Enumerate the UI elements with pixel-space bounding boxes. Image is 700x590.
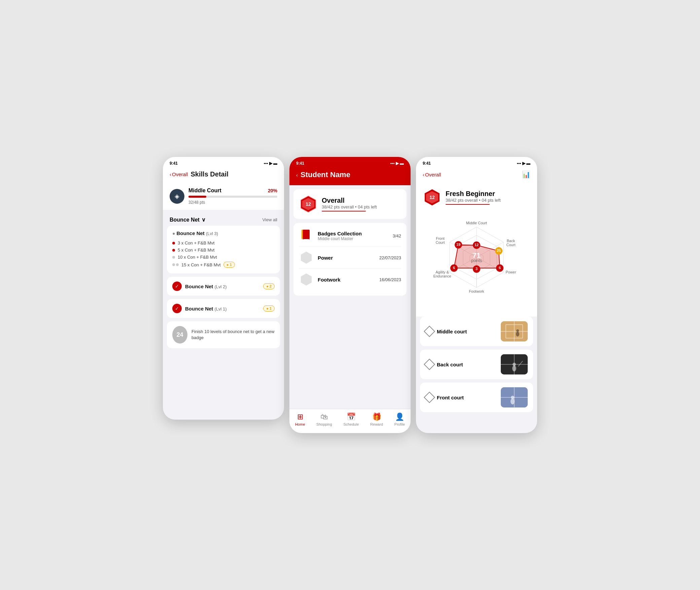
skill-info: Middle Court 20% 32/48 pts: [188, 188, 277, 205]
svg-text:19: 19: [456, 242, 460, 247]
court-card-back[interactable]: Back court: [420, 350, 533, 379]
badges-title: Badges Collection: [318, 231, 389, 236]
svg-text:6: 6: [453, 266, 455, 270]
hex-num-3: 12: [429, 195, 435, 200]
svg-text:Endurance: Endurance: [433, 274, 451, 278]
card-title-lvl3: ●Bounce Net (Lvl 3): [172, 230, 218, 236]
front-court-img: [501, 387, 528, 407]
hex-num-2: 12: [306, 201, 311, 207]
badges-card[interactable]: Badges Collection Middle court Master 3/…: [293, 223, 407, 296]
svg-point-46: [511, 398, 515, 404]
label-agility: Agility &: [435, 270, 449, 274]
badge-promo-text: Finish 10 levels of bounce net to get a …: [191, 329, 275, 341]
list-item-2: 5 x Con + F&B Mvt: [172, 247, 275, 254]
back-button-2[interactable]: ‹: [296, 172, 298, 178]
screen-skills-detail: 9:41 ▪▪▪ ▶ ▬ ‹ Overall Skills Detail ◈ M…: [163, 157, 284, 420]
front-court-name: Front court: [437, 395, 464, 400]
footwork-row[interactable]: Footwork 16/06/2023: [299, 268, 401, 290]
label-front-court: Front: [436, 236, 445, 240]
schedule-icon: 📅: [347, 413, 356, 421]
view-all-button[interactable]: View all: [262, 217, 277, 222]
skills-header: ‹ Overall Skills Detail: [163, 168, 284, 183]
skill-icon: ◈: [170, 189, 184, 204]
badge-num: 24: [172, 326, 187, 343]
overall-card[interactable]: 12 Overall 38/42 pts overall • 04 pts le…: [293, 189, 407, 219]
svg-point-35: [516, 332, 519, 336]
list-item-3: 10 x Con + F&B Mvt: [172, 254, 275, 261]
label-back-court: Back: [507, 239, 515, 243]
skill-pct: 20%: [268, 188, 277, 193]
shopping-icon: 🛍: [320, 413, 328, 421]
page-title-1: Skills Detail: [191, 170, 229, 178]
back-court-name: Back court: [437, 362, 463, 367]
status-bar-2: 9:41 ▪▪▪ ▶ ▬: [289, 157, 411, 168]
badge-2: ● 2: [263, 283, 275, 289]
badges-sub: Middle court Master: [318, 236, 389, 241]
dot-2: [172, 249, 175, 252]
skill-card-lvl3: ●Bounce Net (Lvl 3) 3 x Con + F&B Mvt 5 …: [167, 226, 280, 273]
nav-profile[interactable]: 👤 Profile: [394, 413, 405, 426]
middle-court-img: [501, 321, 528, 341]
badge-promo: 24 Finish 10 levels of bounce net to get…: [167, 321, 280, 348]
overall-header: ‹ Overall 📊: [416, 168, 537, 183]
dot-3: [172, 256, 175, 259]
card-title-lvl2: Bounce Net (Lvl 2): [185, 284, 227, 289]
svg-text:points: points: [471, 258, 482, 263]
back-court-img: [501, 354, 528, 374]
chart-icon[interactable]: 📊: [522, 170, 530, 178]
radar-chart: 71 points 12 25 6 3 6: [416, 211, 537, 317]
reward-icon: 🎁: [372, 413, 381, 421]
svg-text:Court: Court: [436, 240, 445, 244]
list-item-4: 15 x Con + F&B Mvt ● 1: [172, 261, 275, 269]
skill-name: Middle Court: [188, 188, 221, 194]
footwork-title: Footwork: [318, 277, 375, 283]
svg-text:Court: Court: [506, 243, 516, 247]
dot-1: [172, 242, 175, 244]
check-icon-2: ✓: [172, 282, 182, 291]
player-pts: 38/42 pts overall • 04 pts left: [446, 198, 501, 203]
label-footwork: Footwork: [469, 289, 484, 293]
svg-marker-7: [301, 273, 312, 286]
back-button-3[interactable]: ‹ Overall: [423, 172, 441, 177]
svg-text:3: 3: [476, 267, 478, 271]
skill-card-lvl1: ✓ Bounce Net (Lvl 1) ● 1: [167, 299, 280, 318]
svg-text:6: 6: [499, 266, 501, 270]
skill-card-lvl2: ✓ Bounce Net (Lvl 2) ● 2: [167, 277, 280, 296]
svg-text:12: 12: [475, 243, 479, 247]
power-row[interactable]: Power 22/07/2023: [299, 247, 401, 268]
power-icon: [299, 250, 314, 265]
list-item-1: 3 x Con + F&B Mvt: [172, 239, 275, 247]
court-card-front[interactable]: Front court: [420, 383, 533, 412]
diamond-icon-middle: [424, 326, 435, 337]
badges-count: 3/42: [393, 233, 401, 238]
power-date: 22/07/2023: [379, 255, 401, 260]
label-power: Power: [505, 270, 516, 274]
svg-point-47: [511, 396, 514, 399]
nav-home[interactable]: ⊞ Home: [295, 413, 305, 426]
label-middle-court: Middle Court: [466, 221, 487, 225]
nav-reward[interactable]: 🎁 Reward: [370, 413, 383, 426]
footwork-date: 16/06/2023: [379, 277, 401, 282]
badge-lvl1: ● 1: [263, 305, 275, 312]
skill-pts: 32/48 pts: [188, 200, 205, 205]
court-card-middle[interactable]: Middle court: [420, 317, 533, 346]
bottom-nav: ⊞ Home 🛍 Shopping 📅 Schedule 🎁 Reward 👤 …: [289, 409, 411, 433]
svg-point-40: [512, 365, 516, 371]
skill-progress-bar: [188, 196, 277, 198]
profile-icon: 👤: [395, 413, 404, 421]
back-button-1[interactable]: ‹ Overall: [170, 171, 188, 177]
svg-marker-6: [301, 252, 312, 264]
nav-shopping[interactable]: 🛍 Shopping: [316, 413, 332, 426]
student-name: Student Name: [301, 170, 350, 179]
svg-point-41: [513, 363, 516, 366]
home-icon: ⊞: [297, 413, 303, 421]
section-header: Bounce Net ∨ View all: [163, 212, 284, 226]
nav-schedule[interactable]: 📅 Schedule: [343, 413, 359, 426]
check-icon-1: ✓: [172, 304, 182, 313]
skill-hero: ◈ Middle Court 20% 32/48 pts: [163, 183, 284, 210]
power-title: Power: [318, 255, 375, 261]
pts-underline: [322, 211, 366, 211]
svg-point-36: [516, 329, 519, 332]
player-name: Fresh Beginner: [446, 190, 501, 198]
time-3: 9:41: [423, 161, 431, 166]
